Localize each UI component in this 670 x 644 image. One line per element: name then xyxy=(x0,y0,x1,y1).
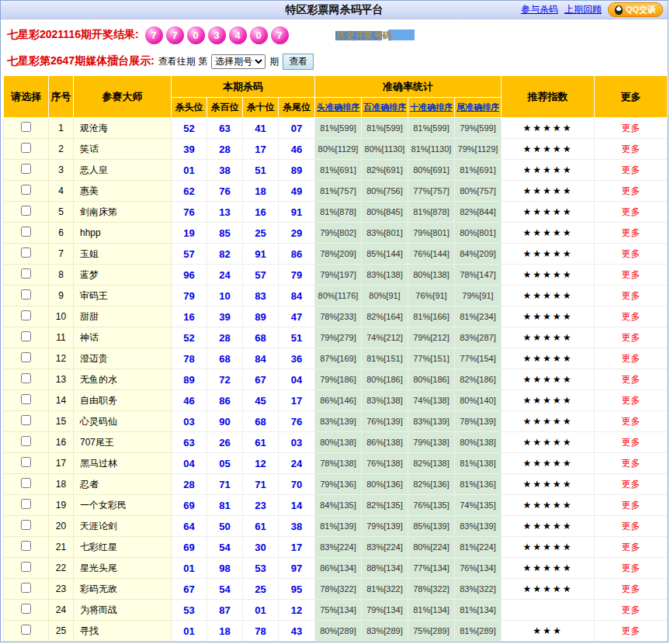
row-checkbox[interactable] xyxy=(21,415,31,425)
row-index: 3 xyxy=(49,160,74,181)
more-link[interactable]: 更多 xyxy=(622,248,640,259)
accuracy-value: 83%[289] xyxy=(362,621,408,642)
sort-hundred-link[interactable]: 百准确排序 xyxy=(363,102,406,112)
kill-number: 26 xyxy=(207,432,243,453)
row-checkbox[interactable] xyxy=(21,604,31,614)
row-checkbox[interactable] xyxy=(21,562,31,572)
period-select[interactable]: 选择期号 xyxy=(211,54,266,69)
row-index: 8 xyxy=(49,265,74,286)
more-link[interactable]: 更多 xyxy=(622,500,640,511)
accuracy-value: 81%[599] xyxy=(408,118,455,139)
kill-number: 69 xyxy=(172,537,207,558)
accuracy-value: 80%[138] xyxy=(455,432,502,453)
kill-number: 97 xyxy=(279,558,315,579)
row-checkbox[interactable] xyxy=(21,206,31,216)
more-link[interactable]: 更多 xyxy=(622,458,640,469)
row-checkbox[interactable] xyxy=(21,310,31,320)
review-link[interactable]: 上期回顾 xyxy=(564,3,602,16)
rating-stars: ★★★★★ xyxy=(502,223,595,244)
select-cell xyxy=(4,411,49,432)
more-link[interactable]: 更多 xyxy=(622,583,640,594)
row-checkbox[interactable] xyxy=(21,227,31,237)
title-bar-links: 参与杀码 上期回顾 QQ交谈 xyxy=(521,2,668,17)
more-link[interactable]: 更多 xyxy=(622,353,640,364)
accuracy-value: 76%[138] xyxy=(362,453,408,474)
more-link[interactable]: 更多 xyxy=(622,395,640,406)
more-link[interactable]: 更多 xyxy=(622,290,640,301)
more-link[interactable]: 更多 xyxy=(622,416,640,427)
kill-number: 16 xyxy=(243,202,279,223)
row-checkbox[interactable] xyxy=(21,352,31,362)
row-checkbox[interactable] xyxy=(21,143,31,153)
more-link[interactable]: 更多 xyxy=(622,542,640,552)
more-link[interactable]: 更多 xyxy=(622,374,640,385)
row-checkbox[interactable] xyxy=(21,122,31,132)
accuracy-value: 85%[144] xyxy=(362,244,408,265)
row-checkbox[interactable] xyxy=(21,331,31,341)
row-checkbox[interactable] xyxy=(21,289,31,299)
more-link[interactable]: 更多 xyxy=(622,206,640,217)
more-link[interactable]: 更多 xyxy=(622,185,640,196)
row-checkbox[interactable] xyxy=(21,394,31,404)
participate-link[interactable]: 参与杀码 xyxy=(521,3,558,16)
kill-number: 38 xyxy=(279,516,315,537)
more-link[interactable]: 更多 xyxy=(622,604,640,615)
accuracy-value: 80%[289] xyxy=(315,621,362,642)
more-link[interactable]: 更多 xyxy=(622,227,640,238)
row-checkbox[interactable] xyxy=(21,499,31,509)
kill-number: 28 xyxy=(207,327,243,348)
kill-number: 82 xyxy=(207,244,243,265)
accuracy-value: 83%[322] xyxy=(455,579,502,600)
select-cell xyxy=(4,244,49,265)
row-checkbox[interactable] xyxy=(21,478,31,488)
sort-tail-link[interactable]: 尾准确排序 xyxy=(457,102,499,112)
row-checkbox[interactable] xyxy=(21,185,31,195)
row-checkbox[interactable] xyxy=(21,268,31,279)
kill-number: 78 xyxy=(172,348,207,369)
history-numbers-link[interactable]: 历史开奖号码 xyxy=(334,29,415,42)
rating-stars: ★★★★★ xyxy=(502,265,595,286)
row-checkbox[interactable] xyxy=(21,373,31,383)
row-checkbox[interactable] xyxy=(21,520,31,530)
accuracy-value: 83%[801] xyxy=(362,223,408,244)
sort-head-link[interactable]: 头准确排序 xyxy=(317,102,359,112)
row-checkbox[interactable] xyxy=(21,625,31,635)
select-cell xyxy=(4,223,49,244)
results-row: 七星彩2021116期开奖结果: 7703407 历史开奖号码 xyxy=(1,19,668,49)
table-row: 17黑马过林0405122478%[138]76%[138]82%[138]81… xyxy=(4,453,668,474)
kill-number: 63 xyxy=(172,432,207,453)
accuracy-value: 81%[136] xyxy=(455,474,502,495)
accuracy-value: 82%[136] xyxy=(408,474,455,495)
sort-ten-link[interactable]: 十准确排序 xyxy=(410,102,453,112)
row-checkbox[interactable] xyxy=(21,248,31,258)
kill-number: 85 xyxy=(207,223,243,244)
master-name: 澄迈贵 xyxy=(74,348,172,369)
row-checkbox[interactable] xyxy=(21,541,31,551)
more-link[interactable]: 更多 xyxy=(622,625,640,636)
qq-chat-button[interactable]: QQ交谈 xyxy=(608,2,663,17)
more-link[interactable]: 更多 xyxy=(622,164,640,175)
more-link[interactable]: 更多 xyxy=(622,563,640,573)
more-link[interactable]: 更多 xyxy=(622,123,640,133)
more-link[interactable]: 更多 xyxy=(622,437,640,448)
row-checkbox[interactable] xyxy=(21,164,31,174)
kill-number: 45 xyxy=(243,390,279,411)
row-checkbox[interactable] xyxy=(21,457,31,467)
more-link[interactable]: 更多 xyxy=(622,521,640,531)
accuracy-value: 78%[139] xyxy=(455,411,502,432)
more-link[interactable]: 更多 xyxy=(622,479,640,490)
more-link[interactable]: 更多 xyxy=(622,144,640,154)
kill-number: 53 xyxy=(172,600,207,621)
more-link[interactable]: 更多 xyxy=(622,332,640,343)
accuracy-value: 81%[166] xyxy=(408,306,455,327)
more-link[interactable]: 更多 xyxy=(622,269,640,280)
kill-number: 46 xyxy=(172,390,207,411)
view-button[interactable]: 查看 xyxy=(283,54,314,70)
more-link[interactable]: 更多 xyxy=(622,311,640,322)
kill-number: 84 xyxy=(243,348,279,369)
row-index: 9 xyxy=(49,286,74,306)
accuracy-value: 76%[134] xyxy=(455,558,502,579)
more-cell: 更多 xyxy=(595,118,668,139)
row-checkbox[interactable] xyxy=(21,436,31,446)
row-checkbox[interactable] xyxy=(21,583,31,593)
